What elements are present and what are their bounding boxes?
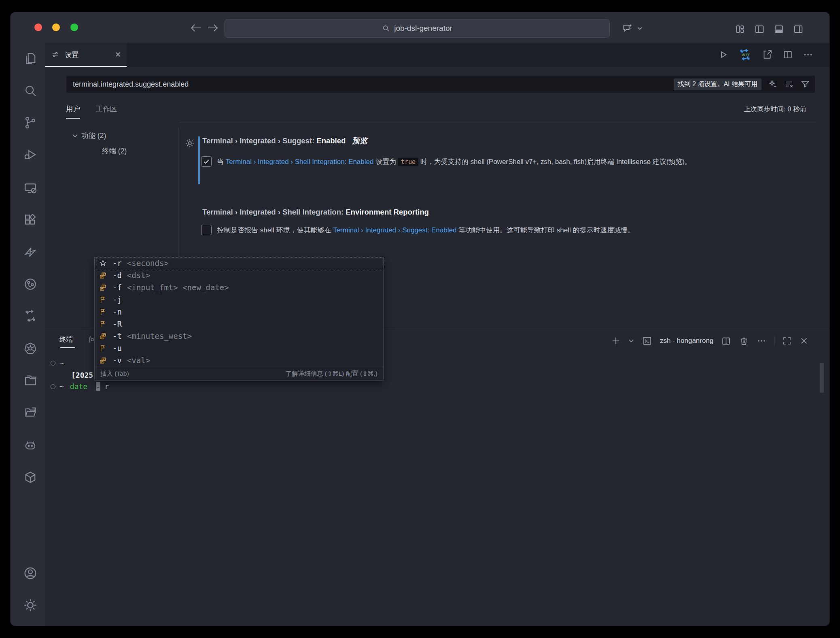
misc-extension-icon[interactable] [21,242,40,262]
close-window-button[interactable] [34,23,42,31]
setting1-desc-link[interactable]: Terminal › Integrated › Shell Integratio… [226,158,374,166]
gitlens-icon[interactable] [21,274,40,294]
suggestion-row[interactable]: -r <seconds> [95,257,383,269]
terminal-output: [2025 [71,371,93,379]
chevron-down-icon [72,134,78,138]
terminal-prompt: ~ [59,359,64,367]
toggle-panel-icon[interactable] [774,24,784,34]
open-settings-json-icon[interactable] [762,49,773,60]
settings-search-input[interactable]: terminal.integrated.suggest.enabled 找到 2… [66,75,815,93]
settings-search-value: terminal.integrated.suggest.enabled [73,80,189,89]
account-icon[interactable] [21,564,40,583]
navigate-back-icon[interactable] [190,24,202,32]
compare-diff-icon[interactable]: diff [738,48,752,62]
split-editor-icon[interactable] [783,49,793,60]
setting-gear-icon[interactable] [185,138,195,149]
kubernetes-icon[interactable] [21,339,40,358]
suggest-more-hint[interactable]: 了解详细信息 (⇧⌘L) 配置 (⇧⌘,) [286,370,378,378]
setting2-desc-post: 等功能中使用。这可能导致打印 shell 的提示时速度减慢。 [456,226,634,234]
tab-label: 设置 [65,50,78,60]
navigate-forward-icon[interactable] [207,24,218,32]
terminal-profile-chevron-icon[interactable] [628,339,634,343]
terminal-more-actions-icon[interactable] [757,336,766,346]
dev-container-icon[interactable] [21,468,40,487]
command-center-search[interactable]: job-dsl-generator [225,19,610,38]
suggestion-row[interactable]: -u [95,342,383,354]
zoom-window-button[interactable] [70,23,78,31]
copilot-chat-icon[interactable] [622,23,634,35]
suggestion-row[interactable]: -t <minutes_west> [95,330,383,342]
explorer-icon[interactable] [21,49,40,68]
toc-group-features[interactable]: 功能 (2) [72,131,106,140]
search-sidebar-icon[interactable] [21,81,40,100]
ai-search-sparkle-icon[interactable] [768,79,778,89]
setting2-desc-link[interactable]: Terminal › Integrated › Suggest: Enabled [333,226,456,234]
setting2-description: 控制是否报告 shell 环境，使其能够在 Terminal › Integra… [217,224,816,236]
suggestion-label: -u [112,344,122,353]
suggestion-row[interactable]: -d <dst> [95,269,383,281]
suggestion-row[interactable]: -R [95,318,383,330]
enum-member-icon [99,271,107,280]
suggestion-row[interactable]: -j [95,293,383,306]
suggestion-args: <dst> [127,271,150,280]
terminal-shell-label[interactable]: zsh - honganrong [660,337,713,345]
panel-tab-terminal[interactable]: 终端 [59,335,73,344]
minimize-window-button[interactable] [52,23,60,31]
suggestion-row[interactable]: -v <val> [95,354,383,366]
toggle-secondary-sidebar-icon[interactable] [793,24,804,34]
suggestion-label: -r [112,259,122,268]
project-folder-icon[interactable] [21,370,40,390]
suggestion-label: -v [112,356,122,365]
manage-gear-icon[interactable] [21,595,40,615]
scope-tab-user[interactable]: 用户 [66,104,80,114]
git-diff-tool-icon[interactable] [21,306,40,325]
suggestion-row[interactable]: -n [95,306,383,318]
command-decoration-icon[interactable] [51,361,55,366]
source-control-icon[interactable] [21,113,40,132]
suggest-insert-hint: 插入 (Tab) [100,370,129,378]
terminal-line-1: ~ [51,359,64,367]
activity-bar [11,43,45,626]
toc-item-terminal[interactable]: 终端 (2) [102,146,127,156]
setting2-checkbox[interactable] [201,225,212,235]
setting1-checkbox[interactable] [201,156,212,167]
docker-icon[interactable] [21,436,40,455]
open-folder-icon[interactable] [21,402,40,422]
customize-layout-icon[interactable] [735,24,745,34]
flag-icon [99,320,107,328]
clear-search-filters-icon[interactable] [784,79,794,89]
filter-icon[interactable] [800,79,810,89]
extensions-icon[interactable] [21,210,40,230]
run-debug-icon[interactable] [21,145,40,164]
run-button-icon[interactable] [718,49,728,60]
toggle-primary-sidebar-icon[interactable] [754,24,765,34]
terminal-actions: zsh - honganrong [611,333,808,349]
setting1-desc-pre: 当 [217,158,226,166]
tab-close-icon[interactable]: ✕ [115,50,121,59]
remote-explorer-icon[interactable] [21,178,40,198]
suggestion-label: -d [112,271,122,280]
tab-settings[interactable]: 设置 ✕ [45,43,127,67]
command-center-text: job-dsl-generator [394,24,452,33]
terminal-typed-char: r [104,382,109,391]
search-icon [382,24,390,32]
suggestion-label: -j [112,295,122,304]
split-terminal-icon[interactable] [721,336,731,346]
close-panel-icon[interactable] [800,336,808,345]
sync-status-text: 上次同步时间: 0 秒前 [744,105,806,114]
suggestion-row[interactable]: -f <input_fmt> <new_date> [95,281,383,293]
enum-member-icon [99,283,107,292]
flag-icon [99,344,107,353]
command-decoration-icon[interactable] [51,384,55,389]
chevron-down-icon[interactable] [637,26,643,30]
new-terminal-icon[interactable] [611,336,621,346]
suggestion-label: -t [112,332,122,340]
terminal-scrollbar[interactable] [820,363,824,393]
more-actions-icon[interactable] [803,49,813,60]
maximize-panel-icon[interactable] [782,336,792,346]
scope-tab-workspace[interactable]: 工作区 [96,104,117,114]
settings-search-controls: 找到 2 项设置。AI 结果可用 [674,79,810,90]
setting1-title-prefix: Terminal › Integrated › Suggest: [202,136,316,145]
kill-terminal-icon[interactable] [739,336,749,346]
terminal-actions-divider [774,336,774,346]
